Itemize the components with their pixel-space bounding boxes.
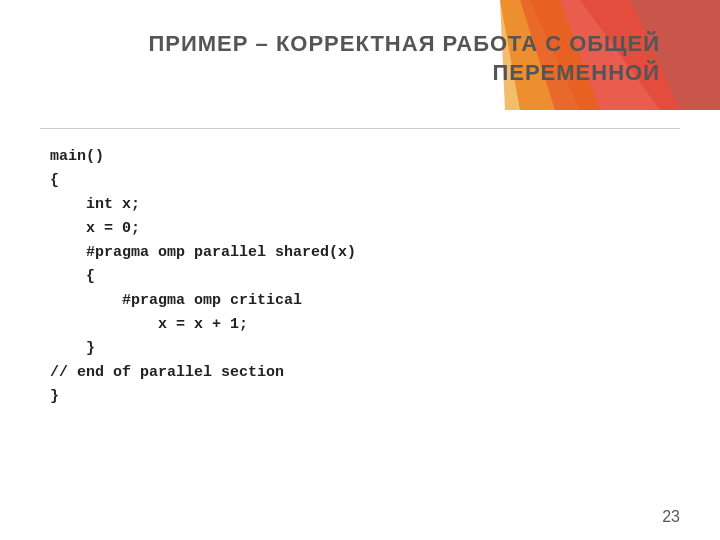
divider bbox=[40, 128, 680, 129]
slide-title: ПРИМЕР – КОРРЕКТНАЯ РАБОТА С ОБЩЕЙ ПЕРЕМ… bbox=[60, 30, 660, 87]
code-area: main() { int x; x = 0; #pragma omp paral… bbox=[50, 145, 670, 500]
code-block: main() { int x; x = 0; #pragma omp paral… bbox=[50, 145, 670, 409]
title-line1: ПРИМЕР – КОРРЕКТНАЯ РАБОТА С ОБЩЕЙ bbox=[148, 31, 660, 56]
title-line2: ПЕРЕМЕННОЙ bbox=[492, 60, 660, 85]
page-number: 23 bbox=[662, 508, 680, 526]
title-area: ПРИМЕР – КОРРЕКТНАЯ РАБОТА С ОБЩЕЙ ПЕРЕМ… bbox=[60, 30, 660, 87]
